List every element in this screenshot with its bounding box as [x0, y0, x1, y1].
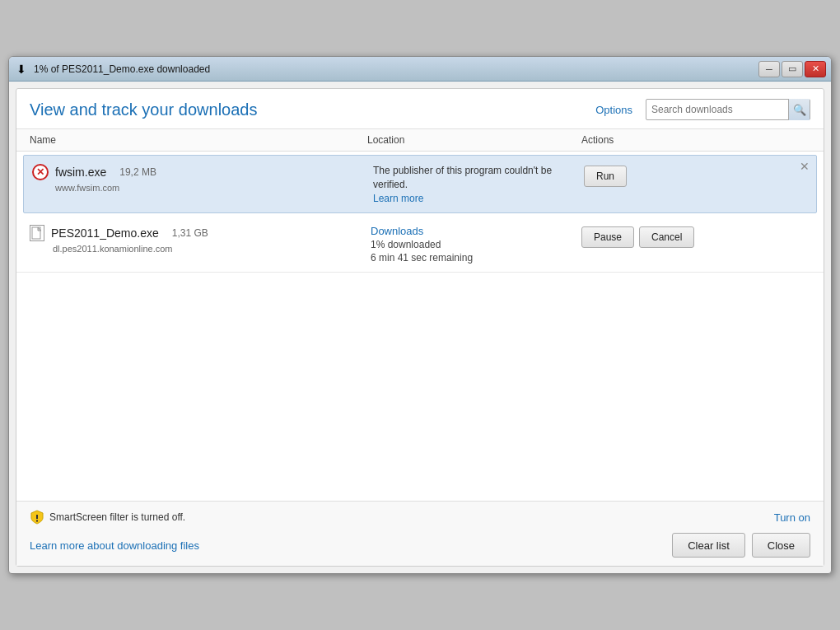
- clear-list-button[interactable]: Clear list: [672, 533, 745, 558]
- fwsim-name-row: ✕ fwsim.exe 19,2 MB: [32, 164, 370, 180]
- close-window-button[interactable]: ✕: [805, 61, 826, 77]
- fwsim-close-button[interactable]: ✕: [800, 161, 810, 172]
- pes2011-cancel-button[interactable]: Cancel: [639, 226, 694, 248]
- shield-warning-icon: [30, 510, 44, 525]
- fwsim-filename: fwsim.exe: [55, 166, 106, 179]
- smartscreen-info: SmartScreen filter is turned off.: [30, 510, 185, 525]
- pes2011-source: dl.pes2011.konamionline.com: [53, 244, 367, 254]
- fwsim-learn-more-link[interactable]: Learn more: [373, 193, 423, 204]
- footer-buttons: Clear list Close: [672, 533, 810, 558]
- search-box: 🔍: [646, 99, 810, 120]
- file-icon: [30, 225, 44, 241]
- col-header-actions: Actions: [581, 133, 810, 147]
- title-bar: ⬇ 1% of PES2011_Demo.exe downloaded ─ ▭ …: [9, 57, 831, 82]
- svg-rect-3: [36, 520, 38, 522]
- warning-icon: ✕: [32, 164, 49, 180]
- pes2011-actions: Pause Cancel: [581, 225, 810, 248]
- col-header-location: Location: [367, 133, 581, 147]
- title-bar-left: ⬇ 1% of PES2011_Demo.exe downloaded: [14, 62, 210, 77]
- content-area: View and track your downloads Options 🔍 …: [16, 88, 824, 567]
- col-header-name: Name: [30, 133, 367, 147]
- learn-more-downloads-link[interactable]: Learn more about downloading files: [30, 539, 199, 552]
- fwsim-run-button[interactable]: Run: [584, 166, 627, 187]
- close-button[interactable]: Close: [752, 533, 810, 558]
- fwsim-actions: Run: [584, 164, 808, 187]
- minimize-button[interactable]: ─: [758, 61, 780, 77]
- svg-rect-2: [36, 515, 38, 519]
- header: View and track your downloads Options 🔍: [16, 89, 824, 129]
- downloads-list: ✕ fwsim.exe 19,2 MB www.fwsim.com The pu…: [16, 155, 824, 501]
- fwsim-source: www.fwsim.com: [55, 183, 370, 193]
- pes2011-location: Downloads 1% downloaded 6 min 41 sec rem…: [367, 225, 581, 264]
- window-icon: ⬇: [14, 62, 29, 77]
- search-input[interactable]: [646, 104, 788, 115]
- smartscreen-status-text: SmartScreen filter is turned off.: [49, 511, 185, 523]
- footer: SmartScreen filter is turned off. Turn o…: [16, 501, 824, 566]
- pes2011-name-row: PES2011_Demo.exe 1,31 GB: [30, 225, 367, 241]
- window-title: 1% of PES2011_Demo.exe downloaded: [34, 63, 210, 75]
- pes2011-info: PES2011_Demo.exe 1,31 GB dl.pes2011.kona…: [30, 225, 367, 254]
- footer-bottom: Learn more about downloading files Clear…: [30, 533, 810, 558]
- fwsim-info: ✕ fwsim.exe 19,2 MB www.fwsim.com: [32, 164, 370, 193]
- download-item-pes2011: PES2011_Demo.exe 1,31 GB dl.pes2011.kona…: [16, 217, 824, 273]
- options-link[interactable]: Options: [595, 104, 632, 116]
- main-window: ⬇ 1% of PES2011_Demo.exe downloaded ─ ▭ …: [8, 56, 832, 574]
- fwsim-location: The publisher of this program couldn't b…: [370, 164, 584, 204]
- page-title: View and track your downloads: [30, 100, 257, 119]
- search-button[interactable]: 🔍: [788, 99, 810, 120]
- pes2011-size: 1,31 GB: [172, 227, 208, 239]
- pes2011-time-remaining: 6 min 41 sec remaining: [371, 252, 578, 264]
- pes2011-status: 1% downloaded: [371, 239, 578, 250]
- fwsim-size: 19,2 MB: [119, 166, 156, 178]
- footer-top: SmartScreen filter is turned off. Turn o…: [30, 510, 810, 525]
- pes2011-filename: PES2011_Demo.exe: [51, 226, 159, 240]
- pes2011-location-link[interactable]: Downloads: [371, 225, 423, 237]
- column-headers: Name Location Actions: [16, 129, 824, 152]
- turn-on-link[interactable]: Turn on: [774, 511, 810, 524]
- pes2011-pause-button[interactable]: Pause: [581, 226, 634, 248]
- title-bar-controls: ─ ▭ ✕: [758, 61, 826, 77]
- fwsim-warning: The publisher of this program couldn't b…: [373, 164, 581, 192]
- download-item-fwsim: ✕ fwsim.exe 19,2 MB www.fwsim.com The pu…: [23, 155, 817, 213]
- header-right: Options 🔍: [595, 99, 810, 120]
- maximize-button[interactable]: ▭: [782, 61, 803, 77]
